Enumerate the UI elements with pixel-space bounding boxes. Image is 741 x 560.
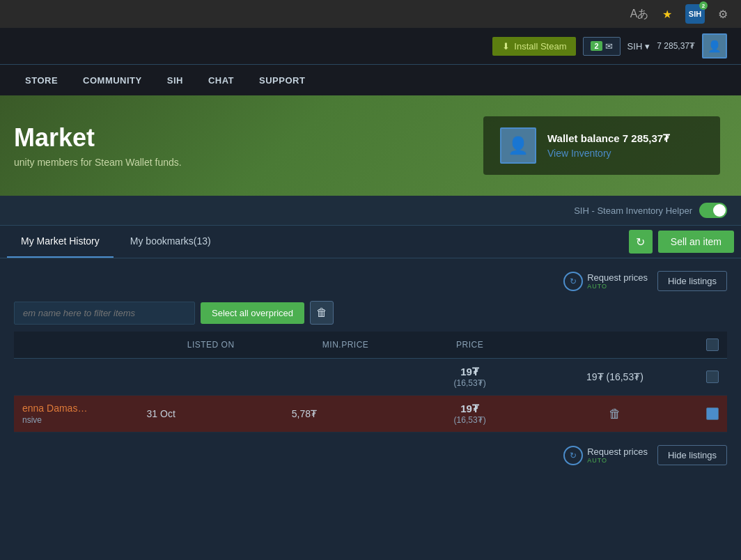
market-subtitle: unity members for Steam Wallet funds. <box>14 157 182 168</box>
tab-bookmarks[interactable]: My bookmarks(13) <box>116 226 225 258</box>
request-prices-top-button[interactable]: ↻ Request prices AUTO <box>563 272 648 291</box>
row-actions-cell <box>698 359 727 396</box>
row-checkbox-checked[interactable] <box>706 407 719 420</box>
min-price-cell: 5,78₮ <box>283 396 408 433</box>
sih-bar: SIH - Steam Inventory Helper <box>0 196 741 226</box>
col-header-checkbox <box>698 332 727 359</box>
price-main: 19₮ <box>416 403 524 415</box>
mail-icon: ✉ <box>605 41 613 52</box>
price-main: 19₮ <box>416 366 524 378</box>
market-title: Market <box>14 123 182 153</box>
browser-bar: Aあ ★ SIH 2 ⚙ <box>0 0 741 28</box>
wallet-balance-amount: Wallet balance 7 285,37₮ <box>547 132 670 145</box>
item-type: nsive <box>22 415 42 425</box>
tabs-actions: ↻ Sell an item <box>629 230 734 254</box>
sell-item-button[interactable]: Sell an item <box>658 231 734 253</box>
nav-chat[interactable]: CHAT <box>197 67 245 94</box>
table-row: 19₮ (16,53₮) 19₮ (16,53₮) <box>14 359 727 396</box>
nav-support[interactable]: SUPPORT <box>248 67 316 94</box>
market-price-cell: 19₮ (16,53₮) <box>532 359 698 396</box>
market-price-cell: 🗑 <box>532 396 698 433</box>
steam-header: ⬇ Install Steam 2 ✉ SIH ▾ 7 285,37₮ 👤 <box>0 28 741 65</box>
sih-badge: 2 <box>699 1 708 10</box>
refresh-button[interactable]: ↻ <box>629 230 653 254</box>
date-cell <box>139 359 283 396</box>
settings-icon[interactable]: ⚙ <box>713 4 733 24</box>
price-sub: (16,53₮) <box>416 378 524 388</box>
price-sub: (16,53₮) <box>416 415 524 425</box>
view-inventory-link[interactable]: View Inventory <box>547 148 670 159</box>
notif-count: 2 <box>591 41 602 51</box>
wallet-info: Wallet balance 7 285,37₮ View Inventory <box>547 132 670 159</box>
request-prices-bottom-button[interactable]: ↻ Request prices AUTO <box>563 446 648 465</box>
request-prices-top-row: ↻ Request prices AUTO Hide listings <box>14 265 727 297</box>
wallet-balance-header: 7 285,37₮ <box>657 41 695 51</box>
filter-input[interactable] <box>14 302 195 325</box>
wallet-panel: 👤 Wallet balance 7 285,37₮ View Inventor… <box>483 116 720 175</box>
select-all-checkbox[interactable] <box>706 339 719 351</box>
wallet-avatar: 👤 <box>500 127 536 164</box>
request-prices-icon: ↻ <box>563 272 583 291</box>
market-hero: Market unity members for Steam Wallet fu… <box>0 95 741 196</box>
min-price-cell <box>283 359 408 396</box>
nav-community[interactable]: COMMUNITY <box>72 67 153 94</box>
delete-selected-button[interactable]: 🗑 <box>310 301 334 325</box>
sih-label: SIH - Steam Inventory Helper <box>574 205 692 216</box>
star-icon[interactable]: ★ <box>657 4 677 24</box>
price-cell: 19₮ (16,53₮) <box>407 359 532 396</box>
request-prices-bottom-row: ↻ Request prices AUTO Hide listings <box>14 440 727 471</box>
col-header-market <box>532 332 698 359</box>
chevron-down-icon: ▾ <box>645 41 650 52</box>
tabs-bar: My Market History My bookmarks(13) ↻ Sel… <box>0 226 741 258</box>
select-overpriced-button[interactable]: Select all overpriced <box>201 302 304 324</box>
item-name-cell: enna Damas… nsive <box>14 396 139 433</box>
nav-bar: STORE COMMUNITY SIH CHAT SUPPORT <box>0 65 741 95</box>
delete-row-button[interactable]: 🗑 <box>604 405 625 423</box>
hide-listings-top-button[interactable]: Hide listings <box>657 271 727 291</box>
request-prices-bottom-icon: ↻ <box>563 446 583 465</box>
listings-table: LISTED ON MIN.PRICE PRICE 19₮ <box>14 332 727 433</box>
item-name[interactable]: enna Damas… <box>22 403 87 414</box>
filter-row: Select all overpriced 🗑 <box>14 297 727 329</box>
nav-store[interactable]: STORE <box>14 67 69 94</box>
col-header-price: PRICE <box>407 332 532 359</box>
item-name-cell <box>14 359 139 396</box>
notifications-button[interactable]: 2 ✉ <box>583 37 620 56</box>
nav-sih[interactable]: SIH <box>156 67 194 94</box>
tab-market-history[interactable]: My Market History <box>7 226 114 258</box>
hide-listings-bottom-button[interactable]: Hide listings <box>657 445 727 465</box>
download-icon: ⬇ <box>502 41 510 52</box>
col-header-item <box>14 332 139 359</box>
price-cell: 19₮ (16,53₮) <box>407 396 532 433</box>
username-button[interactable]: SIH ▾ <box>627 41 650 52</box>
row-checkbox[interactable] <box>706 371 719 383</box>
listings-area: ↻ Request prices AUTO Hide listings Sele… <box>0 258 741 478</box>
toggle-knob <box>713 204 726 217</box>
col-header-minprice: MIN.PRICE <box>283 332 408 359</box>
market-price: 19₮ (16,53₮) <box>586 371 644 382</box>
col-header-listed: LISTED ON <box>139 332 283 359</box>
table-row: enna Damas… nsive 31 Oct 5,78₮ 19₮ (16,5… <box>14 396 727 433</box>
row-actions-cell <box>698 396 727 433</box>
text-size-icon[interactable]: Aあ <box>630 4 649 24</box>
sih-toggle[interactable] <box>699 203 727 218</box>
sih-extension-icon[interactable]: SIH 2 <box>685 4 705 24</box>
date-cell: 31 Oct <box>139 396 283 433</box>
install-steam-button[interactable]: ⬇ Install Steam <box>492 37 576 56</box>
avatar[interactable]: 👤 <box>702 33 727 59</box>
